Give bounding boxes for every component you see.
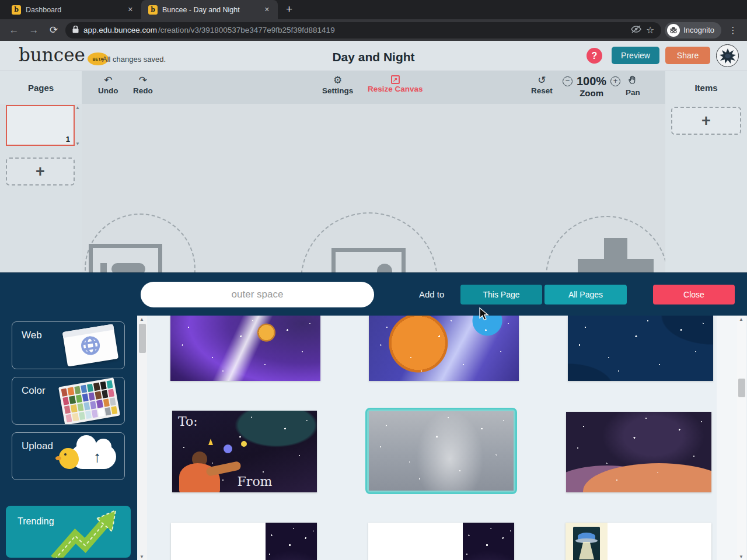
undo-icon: ↶ [104, 75, 112, 86]
workspace: 1 ▲ ▼ + + [0, 104, 747, 272]
postcard-to-text: To: [178, 414, 198, 429]
result-thumbnail-milkyway-selected[interactable] [365, 408, 517, 494]
search-pill [141, 282, 374, 307]
tab-dashboard[interactable]: b Dashboard ✕ [5, 0, 141, 19]
hand-icon [628, 75, 637, 88]
preview-button[interactable]: Preview [612, 47, 659, 64]
browser-menu-icon[interactable]: ⋮ [725, 22, 741, 38]
palette-icon [58, 377, 120, 425]
lock-icon [72, 26, 79, 35]
tab-title: Buncee - Day and Night [162, 6, 257, 14]
results-scrollbar-left[interactable]: ▲ ▼ [138, 316, 147, 560]
url-path: /creation/v3/391800537be3477e9fb25f39fd8… [158, 26, 335, 34]
settings-button[interactable]: ⚙ Settings [322, 75, 353, 95]
source-upload-button[interactable]: Upload ↑ [12, 432, 125, 480]
result-thumbnail-galaxy[interactable] [170, 316, 320, 381]
incognito-label: Incognito [683, 26, 714, 34]
scroll-up-icon[interactable]: ▲ [75, 105, 80, 110]
pages-panel-header: Pages [0, 71, 82, 104]
redo-icon: ↷ [139, 75, 147, 86]
scroll-down-icon[interactable]: ▼ [139, 554, 144, 559]
items-panel-header: Items [665, 71, 747, 104]
this-page-button[interactable]: This Page [460, 285, 542, 304]
source-color-button[interactable]: Color [12, 377, 125, 425]
result-thumbnail-card-1[interactable] [171, 523, 317, 560]
add-placeholder-icon[interactable] [578, 238, 654, 272]
trending-arrow-icon [43, 506, 131, 558]
eye-blocked-icon[interactable] [631, 25, 641, 35]
ufo-icon [573, 527, 600, 560]
add-page-button[interactable]: + [6, 158, 75, 186]
media-search-panel: Add to This Page All Pages Close Web Col… [0, 272, 747, 560]
scroll-up-icon[interactable]: ▲ [739, 317, 743, 322]
result-thumbnail-night-sky[interactable] [568, 316, 713, 381]
zoom-in-button[interactable]: + [610, 76, 620, 86]
result-thumbnail-card-2[interactable] [368, 523, 514, 560]
reset-icon: ↺ [537, 75, 546, 86]
scroll-down-icon[interactable]: ▼ [739, 554, 743, 559]
buncee-favicon: b [148, 5, 158, 15]
text-placeholder-icon[interactable] [89, 244, 162, 272]
all-pages-button[interactable]: All Pages [544, 285, 627, 304]
browser-navbar: ← → ⟳ app.edu.buncee.com/creation/v3/391… [0, 19, 747, 41]
items-sidebar: + [665, 104, 747, 272]
search-results-grid: To: From ▲ ▼ ▲ [137, 316, 747, 560]
search-input[interactable] [141, 282, 374, 307]
tab-close-icon[interactable]: ✕ [125, 5, 135, 15]
add-to-label: Add to [419, 289, 444, 299]
scroll-up-icon[interactable]: ▲ [139, 317, 144, 322]
share-button[interactable]: Share [665, 47, 710, 64]
page-thumbnail-1[interactable]: 1 [6, 105, 75, 146]
plus-icon: + [36, 163, 45, 181]
tab-buncee-day-and-night[interactable]: b Buncee - Day and Night ✕ [141, 0, 278, 19]
results-scrollbar-right[interactable]: ▲ ▼ [737, 316, 746, 560]
tab-title: Dashboard [26, 6, 121, 14]
close-button[interactable]: Close [653, 285, 735, 304]
user-avatar[interactable] [716, 44, 739, 67]
result-thumbnail-card-ufo[interactable] [566, 523, 711, 560]
scroll-down-icon[interactable]: ▼ [75, 141, 80, 146]
add-item-button[interactable]: + [671, 107, 741, 135]
resize-canvas-icon: ↗ [391, 75, 400, 84]
incognito-icon [667, 24, 680, 37]
browser-tab-strip: b Dashboard ✕ b Buncee - Day and Night ✕… [0, 0, 747, 19]
source-web-button[interactable]: Web [12, 321, 125, 369]
zoom-value: 100% [577, 75, 606, 88]
result-thumbnail-planets[interactable] [369, 316, 519, 381]
back-icon[interactable]: ← [6, 22, 22, 38]
resize-canvas-button[interactable]: ↗ Resize Canvas [368, 75, 423, 93]
scrollbar-thumb[interactable] [139, 324, 146, 353]
undo-button[interactable]: ↶ Undo [98, 75, 118, 95]
pages-sidebar: 1 ▲ ▼ + [0, 104, 82, 272]
reset-button[interactable]: ↺ Reset [531, 75, 553, 95]
redo-button[interactable]: ↷ Redo [133, 75, 153, 95]
pan-button[interactable]: Pan [626, 75, 640, 97]
browser-window-icon [62, 324, 118, 366]
new-tab-button[interactable]: + [278, 3, 301, 19]
mouse-cursor [479, 307, 491, 324]
reload-icon[interactable]: ⟳ [46, 22, 62, 38]
gear-icon: ⚙ [333, 75, 342, 86]
result-thumbnail-dunes[interactable] [566, 412, 711, 492]
tab-close-icon[interactable]: ✕ [262, 5, 272, 15]
page-number: 1 [66, 135, 70, 144]
zoom-label: Zoom [580, 88, 603, 98]
toolbar-middle: ↶ Undo ↷ Redo ⚙ Settings ↗ Resize Canvas… [82, 71, 665, 104]
image-placeholder-icon[interactable] [331, 248, 406, 272]
help-button[interactable]: ? [587, 48, 602, 64]
bookmark-star-icon[interactable]: ☆ [646, 24, 654, 36]
zoom-controls: − 100% + Zoom [563, 75, 620, 98]
canvas[interactable] [82, 104, 665, 272]
forward-icon[interactable]: → [26, 22, 42, 38]
url-bar[interactable]: app.edu.buncee.com/creation/v3/391800537… [65, 22, 661, 38]
web-label: Web [22, 330, 42, 341]
zoom-out-button[interactable]: − [563, 76, 573, 86]
color-label: Color [22, 385, 46, 397]
source-trending-button[interactable]: Trending [6, 506, 131, 558]
result-thumbnail-postcard[interactable]: To: From [172, 411, 317, 492]
scrollbar-thumb[interactable] [738, 379, 745, 397]
buncee-favicon: b [12, 5, 21, 15]
globe-icon [78, 333, 103, 361]
upload-label: Upload [22, 440, 53, 452]
url-host: app.edu.buncee.com [83, 26, 157, 34]
